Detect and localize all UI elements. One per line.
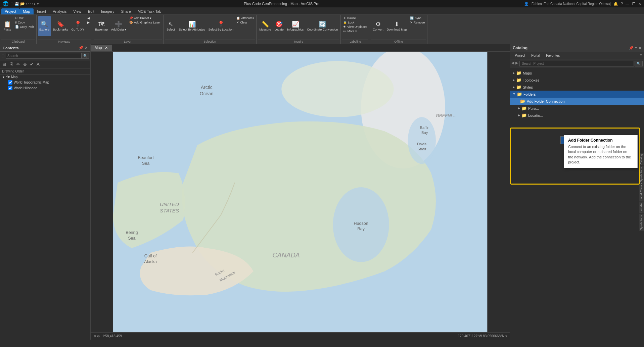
map-canvas[interactable]: Arctic Ocean Beaufort Sea UNITED STATES … [91,52,510,332]
remove-icon: ✕ [410,21,413,24]
cut-button[interactable]: ✂ Cut [14,16,35,20]
right-label-catalog[interactable]: Catalog [639,153,644,165]
catalog-tab-project[interactable]: Project [512,53,528,58]
coord-conv-button[interactable]: 🔄 Coordinate Conversion [306,16,339,36]
tree-item-styles[interactable]: ▶ 📁 Styles [510,84,644,91]
sync-button[interactable]: 🔄 Sync [409,16,426,20]
catalog-pin-icon[interactable]: 📌 [629,46,634,50]
clear-button[interactable]: ✕ Clear [235,20,255,24]
basemap-icon: 🗺 [98,21,104,27]
right-label-locate[interactable]: Locate [639,202,644,213]
list-by-labeling-icon[interactable]: A [36,61,41,67]
list-by-editing-icon[interactable]: ✏ [15,61,21,67]
minimize-btn[interactable]: — [626,2,629,6]
map-tab[interactable]: Map ✕ [91,45,112,51]
tree-item-locations[interactable]: ▶ 📁 Locatio... [510,112,644,119]
tab-view[interactable]: View [70,8,85,14]
svg-text:Gulf of: Gulf of [144,254,157,258]
maps-label: Maps [523,71,532,75]
paste-button[interactable]: 📋 Paste [1,16,13,36]
layer-label: Layer [94,40,162,44]
basemap-button[interactable]: 🗺 Basemap [94,16,109,36]
list-by-data-source-icon[interactable]: 🗄 [8,61,14,67]
remove-offline-button[interactable]: ✕ Remove [409,20,426,24]
tree-item-maps[interactable]: ▶ 📁 Maps [510,69,644,77]
measure-button[interactable]: 📏 Measure [258,16,272,36]
tree-item-puro[interactable]: ▶ 📁 Puro... [510,105,644,112]
select-by-loc-button[interactable]: 📍 Select By Location [207,16,235,36]
add-preset-icon: 📌 [129,16,133,20]
catalog-back-icon[interactable]: ◀ [511,61,514,66]
folders-label: Folders [523,92,536,96]
world-topo-layer[interactable]: World Topographic Map [0,80,90,85]
world-hillshade-checkbox[interactable] [8,86,12,90]
ribbon: 📋 Paste ✂ Cut ⎘ Copy 📄 Copy Path Clipboa… [0,15,644,44]
world-topo-checkbox[interactable] [8,80,12,85]
copy-path-button[interactable]: 📄 Copy Path [14,25,35,29]
select-by-loc-icon: 📍 [217,21,225,27]
right-label-symbology[interactable]: Symbology [639,214,644,231]
locate-button[interactable]: 🎯 Locate [273,16,285,36]
download-map-button[interactable]: ⬇ Download Map [385,16,408,36]
goto-xy-button[interactable]: 📍 Go To XY [70,16,86,36]
tab-analysis[interactable]: Analysis [49,8,70,14]
catalog-search-button[interactable]: 🔍 [635,61,643,66]
locate-icon: 🎯 [275,21,283,27]
select-button[interactable]: ↖ Select [165,16,177,36]
tab-map[interactable]: Map [19,8,33,14]
attributes-button[interactable]: 📋 Attributes [235,16,255,20]
add-preset-button[interactable]: 📌 Add Preset ▾ [128,16,162,20]
catalog-tab-favorites[interactable]: Favorites [543,53,562,58]
forward-button[interactable]: ▶ [86,20,91,24]
contents-pin-icon[interactable]: 📌 [79,46,83,50]
close-btn[interactable]: ✕ [638,2,641,6]
help-btn[interactable]: ? [621,2,623,6]
svg-text:Beaufort: Beaufort [138,155,154,160]
select-by-attribs-button[interactable]: 📊 Select By Attributes [178,16,206,36]
tab-imagery[interactable]: Imagery [98,8,118,14]
infographics-button[interactable]: 📈 Infographics [286,16,305,36]
tab-project[interactable]: Project [1,8,19,14]
pause-icon: ⏸ [343,16,346,20]
tab-mce[interactable]: MCE Task Tab [134,8,165,14]
title-bar: 🌐 ⊞ 💾 📂 ↩ ↪ ▸ ▾ Plus Code GeoProcessing … [0,0,644,7]
maximize-btn[interactable]: ⧠ [632,2,636,6]
convert-button[interactable]: ⚙ Convert [371,16,385,36]
right-label-label-class[interactable]: Label Class - Symbology [639,166,644,202]
catalog-tabs-menu-icon[interactable]: ≡ [640,53,642,58]
svg-point-2 [281,61,394,117]
tab-edit[interactable]: Edit [85,8,98,14]
view-unplaced-icon: 👁 [343,25,346,29]
world-hillshade-layer[interactable]: World Hillshade [0,85,90,91]
back-button[interactable]: ◀ [86,16,91,20]
view-unplaced-button[interactable]: 👁 View Unplaced [342,25,368,29]
pause-button[interactable]: ⏸ Pause [342,16,368,20]
catalog-close-icon[interactable]: ✕ [638,46,641,50]
catalog-tab-portal[interactable]: Portal [528,53,543,58]
measure-icon: 📏 [262,21,269,27]
contents-search-button[interactable]: 🔍 [82,53,89,59]
map-layer-item[interactable]: ▼ 🗺 Map [0,75,90,80]
list-by-snapping-icon[interactable]: ⊕ [22,61,28,67]
lock-button[interactable]: 🔒 Lock [342,20,368,24]
list-by-drawing-order-icon[interactable]: ⊞ [1,61,7,67]
add-data-button[interactable]: ➕ Add Data ▾ [110,16,128,36]
tab-insert[interactable]: Insert [34,8,50,14]
catalog-search-input[interactable] [519,61,634,66]
more-labeling-button[interactable]: ••• More ▾ [342,29,368,33]
catalog-menu-icon[interactable]: ≡ [635,46,637,50]
map-tab-bar: Map ✕ [91,44,510,52]
tab-share[interactable]: Share [118,8,134,14]
copy-button[interactable]: ⎘ Copy [14,20,35,24]
explore-button[interactable]: 🔍 Explore [38,16,51,36]
contents-close-icon[interactable]: ✕ [85,46,88,50]
bookmarks-button[interactable]: 🔖 Bookmarks [52,16,70,36]
tree-item-add-folder[interactable]: 📂 Add Folder Connection [510,98,644,105]
contents-search-input[interactable] [6,53,82,59]
map-tab-close-icon[interactable]: ✕ [105,46,108,50]
catalog-forward-icon[interactable]: ▶ [515,61,518,66]
tree-item-folders[interactable]: ▼ 📁 Folders [510,91,644,98]
add-graphics-button[interactable]: 🎨 Add Graphics Layer [128,20,162,24]
list-by-selection-icon[interactable]: ✔ [29,61,35,67]
tree-item-toolboxes[interactable]: ▶ 📁 Toolboxes [510,77,644,84]
